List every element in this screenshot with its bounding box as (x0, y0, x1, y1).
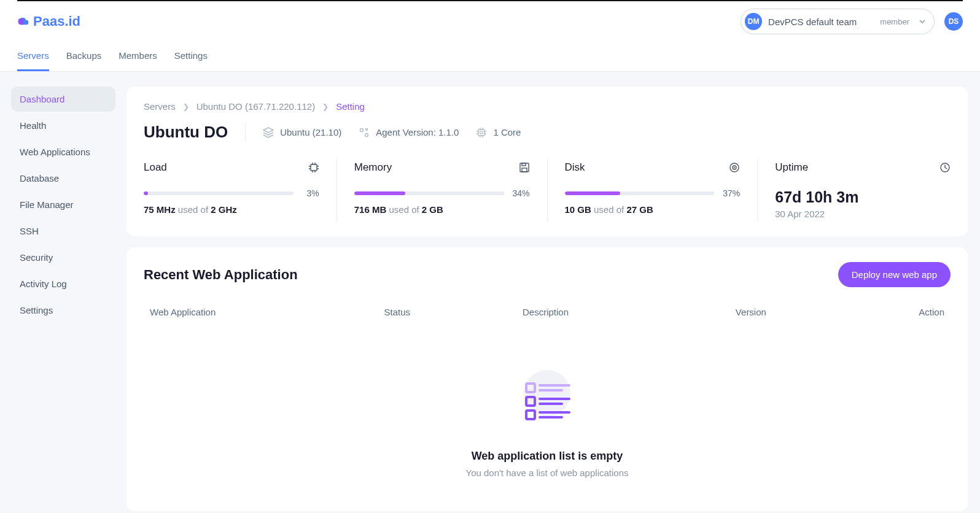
metric-memory-pct: 34% (510, 188, 530, 198)
main-nav: Servers Backups Members Settings (17, 42, 963, 71)
empty-state: Web application list is empty You don't … (144, 325, 951, 496)
metric-load-label: Load (144, 161, 167, 174)
logo[interactable]: Paas.id (17, 14, 80, 29)
col-status: Status (384, 307, 523, 317)
col-desc: Description (523, 307, 736, 317)
metric-disk-detail: 10 GB used of 27 GB (565, 204, 741, 215)
empty-title: Web application list is empty (472, 450, 623, 463)
logo-icon (17, 17, 29, 26)
disc-icon (729, 162, 740, 173)
breadcrumb-current: Setting (336, 101, 365, 112)
svg-rect-7 (522, 168, 527, 172)
metric-load-detail: 75 MHz used of 2 GHz (144, 204, 319, 215)
sidebar-item-health[interactable]: Health (11, 113, 115, 138)
server-os-label: Ubuntu (21.10) (280, 127, 341, 137)
sidebar-item-dashboard[interactable]: Dashboard (11, 87, 115, 112)
nav-backups[interactable]: Backups (66, 42, 102, 71)
svg-rect-4 (480, 131, 483, 134)
metric-memory-label: Memory (354, 161, 392, 174)
svg-rect-6 (520, 163, 529, 172)
uptime-value: 67d 10h 3m (775, 188, 951, 206)
table-header: Web Application Status Description Versi… (144, 299, 951, 325)
metric-disk: Disk 37% 10 GB used of 27 GB (548, 159, 758, 222)
server-os: Ubuntu (21.10) (263, 127, 341, 138)
empty-subtitle: You don't have a list of web application… (466, 468, 629, 478)
metric-load-pct: 3% (300, 188, 319, 198)
layers-icon (263, 127, 274, 138)
deploy-button[interactable]: Deploy new web app (838, 262, 951, 287)
chip-icon (308, 162, 319, 173)
sidebar-item-database[interactable]: Database (11, 166, 115, 191)
empty-list-icon (510, 361, 584, 435)
brand-text: Paas.id (33, 14, 80, 29)
server-title: Ubuntu DO (144, 123, 246, 142)
server-agent: Agent Version: 1.1.0 (359, 127, 459, 138)
sidebar-item-filemanager[interactable]: File Manager (11, 192, 115, 217)
col-version: Version (736, 307, 895, 317)
svg-point-2 (366, 128, 368, 130)
svg-point-11 (734, 167, 735, 168)
breadcrumb-server[interactable]: Ubuntu DO (167.71.220.112) (196, 101, 315, 112)
sidebar-item-ssh[interactable]: SSH (11, 218, 115, 244)
nodes-icon (359, 127, 370, 138)
cpu-icon (476, 127, 487, 138)
metric-uptime: Uptime 67d 10h 3m 30 Apr 2022 (758, 159, 951, 222)
svg-point-1 (365, 133, 368, 136)
svg-point-0 (360, 128, 364, 131)
metric-load-bar (144, 191, 294, 195)
uptime-date: 30 Apr 2022 (775, 209, 951, 219)
server-cores-label: 1 Core (493, 127, 521, 137)
nav-settings[interactable]: Settings (174, 42, 208, 71)
webapps-card: Recent Web Application Deploy new web ap… (126, 247, 968, 511)
svg-rect-8 (522, 163, 526, 166)
sidebar: Dashboard Health Web Applications Databa… (0, 72, 126, 513)
team-avatar: DM (745, 13, 762, 30)
chevron-right-icon: ❯ (183, 102, 189, 111)
metric-uptime-label: Uptime (775, 161, 808, 174)
sidebar-item-webapps[interactable]: Web Applications (11, 139, 115, 164)
team-selector[interactable]: DM DevPCS default team member (741, 9, 935, 34)
nav-members[interactable]: Members (119, 42, 157, 71)
metric-disk-pct: 37% (720, 188, 740, 198)
overview-card: Servers ❯ Ubuntu DO (167.71.220.112) ❯ S… (126, 87, 968, 236)
svg-rect-3 (478, 129, 484, 136)
metric-load: Load 3% 75 MHz used of 2 GHz (144, 159, 337, 222)
col-action: Action (895, 307, 944, 317)
save-icon (519, 162, 530, 173)
server-agent-label: Agent Version: 1.1.0 (376, 127, 459, 137)
team-role: member (880, 17, 909, 26)
metric-memory-bar (354, 191, 504, 195)
metric-disk-bar (565, 191, 715, 195)
server-cores: 1 Core (476, 127, 521, 138)
sidebar-item-settings[interactable]: Settings (11, 298, 115, 323)
sidebar-item-activitylog[interactable]: Activity Log (11, 271, 115, 296)
sidebar-item-security[interactable]: Security (11, 245, 115, 270)
svg-rect-5 (311, 164, 317, 171)
breadcrumb-servers[interactable]: Servers (144, 101, 176, 112)
user-avatar[interactable]: DS (944, 12, 963, 31)
metric-memory-detail: 716 MB used of 2 GB (354, 204, 530, 215)
chevron-right-icon: ❯ (322, 102, 329, 111)
col-app: Web Application (150, 307, 384, 317)
metric-memory: Memory 34% 716 MB used of 2 GB (337, 159, 548, 222)
webapps-title: Recent Web Application (144, 267, 298, 283)
metric-disk-label: Disk (565, 161, 585, 174)
chevron-down-icon (919, 20, 925, 23)
nav-servers[interactable]: Servers (17, 42, 49, 71)
team-name: DevPCS default team (768, 17, 857, 27)
clock-icon (939, 162, 951, 173)
breadcrumb: Servers ❯ Ubuntu DO (167.71.220.112) ❯ S… (144, 101, 951, 112)
